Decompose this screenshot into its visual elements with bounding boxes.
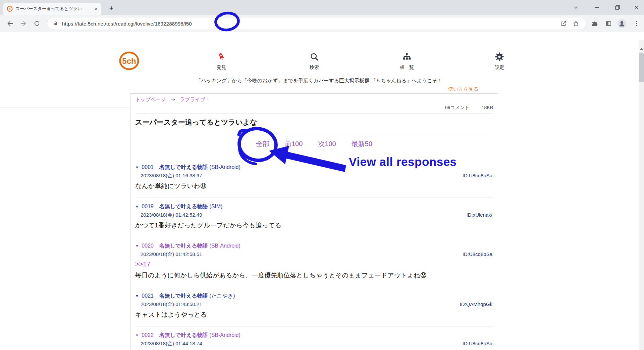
- range-link-next100[interactable]: 次100: [318, 139, 336, 148]
- post-author-handle: (SB-Android): [209, 243, 240, 249]
- range-link-latest50[interactable]: 最新50: [352, 139, 372, 148]
- breadcrumb-board-link[interactable]: ラブライブ！: [180, 96, 211, 102]
- search-icon: [294, 51, 334, 62]
- post-author-handle: (SB-Android): [209, 332, 240, 338]
- reply-anchor-link[interactable]: >>17: [135, 259, 493, 269]
- side-panel-icon[interactable]: [604, 19, 613, 28]
- share-icon[interactable]: [559, 19, 568, 28]
- scrollbar-up-arrow[interactable]: [640, 48, 643, 50]
- page-scrollbar[interactable]: [639, 40, 644, 350]
- post-id-link[interactable]: ID:U8cq8pSa: [463, 250, 492, 258]
- post-author-handle: (SIM): [209, 204, 222, 209]
- collapse-post-icon[interactable]: ▼: [135, 165, 139, 169]
- post-date: 2023/08/18(金) 01:42:52.49: [141, 212, 202, 218]
- tab-search-chevron-icon[interactable]: [568, 0, 584, 15]
- new-tab-button[interactable]: +: [107, 4, 116, 13]
- thread-title: スーパースター追ってるとツラいよな: [135, 118, 493, 127]
- lock-icon[interactable]: [53, 20, 59, 27]
- site-welcome-text: 「ハッキング」から「今晩のおかず」までを手広くカバーする巨大掲示板群 『５ちゃん…: [0, 78, 638, 84]
- post-separator: [135, 326, 493, 326]
- post-date: 2023/08/18(金) 01:43:50.21: [141, 301, 202, 307]
- post-meta: 2023/08/18(金) 01:43:50.21 ID:QAMhqpGk: [135, 300, 493, 308]
- comment-count: 69コメント: [445, 105, 470, 110]
- site-nav-settings[interactable]: 設定: [479, 51, 520, 71]
- svg-text:5: 5: [9, 8, 11, 11]
- svg-text:5ch: 5ch: [122, 56, 136, 65]
- back-button[interactable]: [5, 19, 15, 28]
- post-meta: 2023/08/18(金) 01:44:18.74 ID:U8cq8pSa: [135, 340, 493, 348]
- post: ▼ 0001 名無しで叶える物語 (SB-Android) 2023/08/18…: [135, 163, 493, 198]
- site-favicon-icon: 5: [7, 6, 13, 12]
- post-header-link[interactable]: ▼ 0020 名無しで叶える物語 (SB-Android): [135, 242, 493, 250]
- post-author-name: 名無しで叶える物語: [159, 164, 208, 170]
- site-nav-discover[interactable]: 発見: [201, 51, 241, 71]
- post-separator: [135, 287, 493, 287]
- usage-help-link[interactable]: 使い方を見る: [448, 86, 479, 92]
- window-close-button[interactable]: [629, 0, 644, 15]
- site-nav-label[interactable]: 発見: [201, 64, 241, 71]
- post-list: ▼ 0001 名無しで叶える物語 (SB-Android) 2023/08/18…: [135, 163, 493, 350]
- range-link-all[interactable]: 全部: [256, 139, 269, 148]
- range-link-prev100[interactable]: 前100: [285, 139, 303, 148]
- left-margin-divider: [0, 133, 130, 133]
- extensions-puzzle-icon[interactable]: [590, 19, 599, 28]
- window-minimize-button[interactable]: [589, 0, 604, 15]
- post-id-link[interactable]: ID:U8cq8pSa: [463, 172, 492, 180]
- address-bar[interactable]: https://fate.5ch.net/test/read.cgi/lovel…: [47, 17, 586, 30]
- post-header-link[interactable]: ▼ 0019 名無しで叶える物語 (SIM): [135, 203, 493, 211]
- post-meta: 2023/08/18(金) 01:16:38.97 ID:U8cq8pSa: [135, 172, 493, 180]
- site-nav-board-list[interactable]: 板一覧: [387, 51, 427, 71]
- post-body: キャストはようやっとる: [135, 310, 493, 320]
- post-header-link[interactable]: ▼ 0001 名無しで叶える物語 (SB-Android): [135, 163, 493, 171]
- post: ▼ 0022 名無しで叶える物語 (SB-Android) 2023/08/18…: [135, 331, 493, 350]
- site-nav-label[interactable]: 設定: [479, 64, 520, 71]
- thread-meta: 69コメント 18KB: [135, 105, 493, 111]
- rocket-icon: [201, 51, 241, 62]
- post-author-handle: (たこやき): [209, 293, 235, 299]
- post-number: 0020: [142, 243, 154, 249]
- post-header-link[interactable]: ▼ 0021 名無しで叶える物語 (たこやき): [135, 292, 493, 300]
- browser-tab[interactable]: 5 スーパースター追ってるとツラい ✕: [3, 3, 101, 15]
- post-number: 0021: [142, 293, 154, 299]
- breadcrumb-arrow: ⇒: [171, 96, 175, 102]
- toolbar-bottom-border: [0, 45, 638, 45]
- post-author-name: 名無しで叶える物語: [159, 332, 208, 338]
- left-margin-divider: [0, 107, 130, 108]
- site-nav-label[interactable]: 検索: [294, 64, 334, 71]
- forward-button[interactable]: [19, 19, 28, 28]
- collapse-post-icon[interactable]: ▼: [135, 333, 139, 337]
- window-restore-button[interactable]: [610, 0, 625, 15]
- tab-close-icon[interactable]: ✕: [94, 6, 98, 11]
- collapse-post-icon[interactable]: ▼: [135, 294, 139, 298]
- post-id-link[interactable]: ID:xUlenak/: [466, 211, 492, 219]
- profile-avatar[interactable]: [617, 19, 627, 28]
- url-text[interactable]: https://fate.5ch.net/test/read.cgi/lovel…: [62, 21, 192, 27]
- browser-menu-kebab-icon[interactable]: [632, 19, 641, 28]
- post-id-link[interactable]: ID:QAMhqpGk: [460, 300, 492, 308]
- board-list-icon: [387, 51, 427, 62]
- 5ch-logo[interactable]: 5ch: [118, 51, 140, 71]
- collapse-post-icon[interactable]: ▼: [135, 244, 139, 248]
- collapse-post-icon[interactable]: ▼: [135, 205, 139, 209]
- post-body: かつて1番好きだったグループだから今も追ってる: [135, 220, 493, 230]
- browser-tab-strip: 5 スーパースター追ってるとツラい ✕ +: [0, 0, 644, 15]
- reply-anchor-link[interactable]: >>21: [135, 348, 493, 350]
- scrollbar-thumb[interactable]: [639, 53, 644, 82]
- post-separator: [135, 198, 493, 198]
- post-number: 0019: [142, 204, 154, 209]
- post-number: 0022: [142, 332, 154, 338]
- post-header-link[interactable]: ▼ 0022 名無しで叶える物語 (SB-Android): [135, 331, 493, 339]
- post-author-name: 名無しで叶える物語: [159, 293, 208, 299]
- site-nav-search[interactable]: 検索: [294, 51, 334, 71]
- post-date: 2023/08/18(金) 01:44:18.74: [141, 341, 202, 346]
- post-author-name: 名無しで叶える物語: [159, 243, 208, 249]
- site-nav-label[interactable]: 板一覧: [387, 64, 427, 71]
- bookmark-star-icon[interactable]: [571, 19, 581, 28]
- post-author-name: 名無しで叶える物語: [159, 204, 208, 209]
- reload-button[interactable]: [32, 19, 42, 28]
- breadcrumb-home-link[interactable]: トップページ: [135, 96, 166, 102]
- post-id-link[interactable]: ID:U8cq8pSa: [463, 340, 492, 348]
- post: ▼ 0021 名無しで叶える物語 (たこやき) 2023/08/18(金) 01…: [135, 292, 493, 326]
- post-separator: [135, 237, 493, 237]
- post: ▼ 0019 名無しで叶える物語 (SIM) 2023/08/18(金) 01:…: [135, 203, 493, 237]
